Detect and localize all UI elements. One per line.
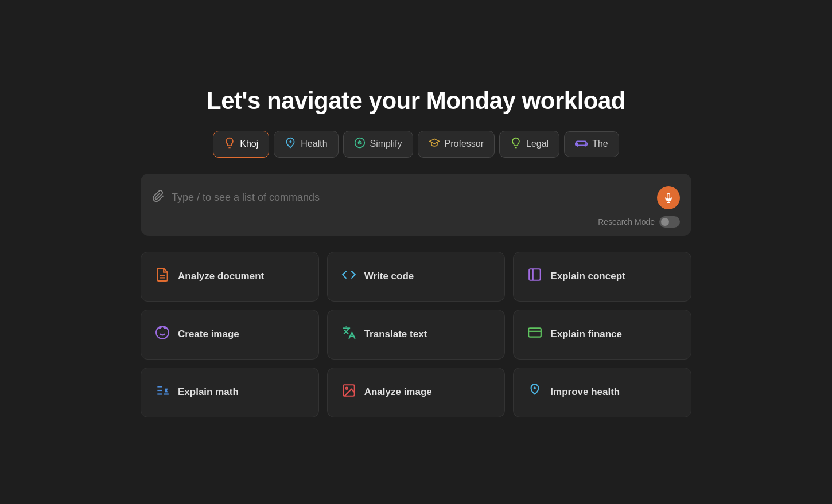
simplify-icon [354, 137, 366, 151]
card-explain-finance[interactable]: Explain finance [513, 310, 691, 360]
research-mode-label: Research Mode [598, 217, 655, 226]
agent-tabs-bar: Khoj Health Simplify [213, 131, 619, 158]
analyze-image-icon [341, 383, 356, 402]
explain-concept-icon [527, 267, 542, 286]
action-grid: Analyze document Write code Explain conc… [141, 252, 691, 417]
write-code-icon [341, 267, 356, 286]
tab-the-label: The [592, 139, 608, 149]
tab-the[interactable]: The [564, 131, 619, 157]
the-icon [575, 138, 588, 151]
research-mode-toggle[interactable] [659, 216, 680, 228]
improve-health-icon [527, 383, 542, 402]
card-create-image-label: Create image [178, 329, 239, 340]
tab-simplify-label: Simplify [370, 139, 402, 149]
attach-icon [152, 190, 165, 206]
svg-rect-11 [530, 269, 541, 280]
health-icon [285, 137, 296, 151]
main-container: Let's navigate your Monday workload Khoj… [141, 87, 691, 417]
tab-simplify[interactable]: Simplify [343, 131, 413, 158]
search-box: Research Mode [141, 174, 691, 236]
tab-legal-label: Legal [526, 139, 549, 149]
create-image-icon [155, 325, 170, 344]
professor-icon [429, 137, 440, 151]
card-improve-health-label: Improve health [550, 386, 620, 398]
card-write-code[interactable]: Write code [327, 252, 506, 302]
explain-finance-icon [527, 325, 542, 344]
card-create-image[interactable]: Create image [141, 310, 319, 360]
search-input[interactable] [172, 192, 650, 204]
legal-icon [510, 137, 522, 151]
search-input-row [152, 186, 680, 209]
explain-math-icon [155, 383, 170, 402]
card-translate-text[interactable]: Translate text [327, 310, 506, 360]
tab-khoj-label: Khoj [240, 139, 258, 149]
card-analyze-document-label: Analyze document [178, 271, 264, 282]
tab-health-label: Health [301, 139, 327, 149]
mic-button[interactable] [657, 186, 680, 209]
card-write-code-label: Write code [364, 271, 414, 282]
tab-professor[interactable]: Professor [418, 131, 495, 158]
tab-legal[interactable]: Legal [499, 131, 559, 158]
svg-point-13 [156, 326, 169, 339]
card-explain-math[interactable]: Explain math [141, 368, 319, 417]
tab-khoj[interactable]: Khoj [213, 131, 269, 158]
card-explain-math-label: Explain math [178, 386, 239, 398]
tab-professor-label: Professor [445, 139, 484, 149]
tab-health[interactable]: Health [274, 131, 338, 158]
card-analyze-image[interactable]: Analyze image [327, 368, 506, 417]
search-footer: Research Mode [152, 216, 680, 228]
card-analyze-image-label: Analyze image [364, 386, 432, 398]
svg-point-25 [345, 387, 347, 389]
card-explain-concept-label: Explain concept [550, 271, 625, 282]
card-improve-health[interactable]: Improve health [513, 368, 691, 417]
svg-rect-16 [528, 328, 541, 337]
translate-text-icon [341, 325, 356, 344]
page-headline: Let's navigate your Monday workload [207, 87, 625, 115]
khoj-icon [224, 137, 235, 151]
card-explain-finance-label: Explain finance [550, 329, 622, 340]
card-translate-text-label: Translate text [364, 329, 427, 340]
card-analyze-document[interactable]: Analyze document [141, 252, 319, 302]
card-explain-concept[interactable]: Explain concept [513, 252, 691, 302]
analyze-document-icon [155, 267, 170, 286]
